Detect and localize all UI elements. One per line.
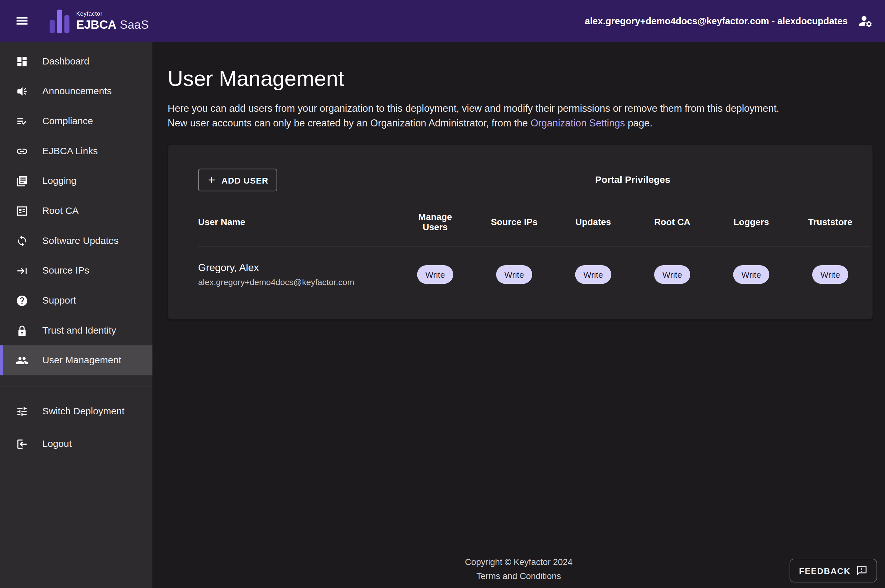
account-label: alex.gregory+demo4docs@keyfactor.com - a… xyxy=(585,16,848,27)
sidebar: Dashboard Announcements Compliance EJBCA… xyxy=(0,42,152,588)
copyright-text: Copyright © Keyfactor 2024 xyxy=(152,557,885,567)
sidebar-item-label: Switch Deployment xyxy=(42,406,124,417)
write-privilege-truststore[interactable]: Write xyxy=(812,265,848,284)
logs-icon xyxy=(15,174,29,188)
sidebar-item-label: Dashboard xyxy=(42,56,89,67)
write-privilege-updates[interactable]: Write xyxy=(575,265,611,284)
feedback-button[interactable]: FEEDBACK xyxy=(789,559,878,582)
privilege-cell: Write xyxy=(712,247,791,302)
add-user-label: ADD USER xyxy=(222,175,268,185)
people-icon xyxy=(15,354,29,367)
app-root: Keyfactor EJBCASaaS alex.gregory+demo4do… xyxy=(0,0,885,588)
sidebar-item-user-management[interactable]: User Management xyxy=(0,345,152,375)
column-root-ca: Root CA xyxy=(633,198,712,248)
topbar: Keyfactor EJBCASaaS alex.gregory+demo4do… xyxy=(0,0,885,42)
write-privilege-root-ca[interactable]: Write xyxy=(654,265,690,284)
brand-ejbca-label: EJBCA xyxy=(76,18,117,31)
root-ca-icon xyxy=(15,204,29,218)
sidebar-item-label: Source IPs xyxy=(42,265,89,276)
user-email: alex.gregory+demo4docs@keyfactor.com xyxy=(198,277,354,286)
description-line2-suffix: page. xyxy=(625,117,652,129)
panel-toolbar: ADD USER Portal Privileges xyxy=(198,162,873,198)
organization-settings-link[interactable]: Organization Settings xyxy=(531,117,625,129)
topbar-account: alex.gregory+demo4docs@keyfactor.com - a… xyxy=(585,12,874,29)
sidebar-item-logout[interactable]: Logout xyxy=(0,428,152,460)
sidebar-item-announcements[interactable]: Announcements xyxy=(0,76,152,106)
sidebar-item-source-ips[interactable]: Source IPs xyxy=(0,256,152,286)
privilege-cell: Write xyxy=(791,247,870,302)
sidebar-item-label: User Management xyxy=(42,355,122,366)
description-line1: Here you can add users from your organiz… xyxy=(168,103,779,114)
write-privilege-manage-users[interactable]: Write xyxy=(417,265,453,284)
privilege-cell: Write xyxy=(396,247,475,302)
page-footer: Copyright © Keyfactor 2024 Terms and Con… xyxy=(152,557,885,588)
sidebar-item-label: Logging xyxy=(42,175,76,186)
sidebar-item-label: Compliance xyxy=(42,116,93,127)
sidebar-footer: Switch Deployment Logout xyxy=(0,395,152,460)
feedback-label: FEEDBACK xyxy=(799,566,850,575)
sidebar-item-compliance[interactable]: Compliance xyxy=(0,106,152,136)
help-icon xyxy=(15,294,29,307)
sidebar-item-ejbca-links[interactable]: EJBCA Links xyxy=(0,136,152,166)
updates-icon xyxy=(15,234,29,248)
lock-icon xyxy=(15,324,29,337)
user-management-panel: ADD USER Portal Privileges User Name Man… xyxy=(168,145,873,319)
link-icon xyxy=(15,144,29,158)
description-line2-prefix: New user accounts can only be created by… xyxy=(168,117,531,129)
sidebar-item-switch-deployment[interactable]: Switch Deployment xyxy=(0,395,152,428)
sidebar-item-trust-identity[interactable]: Trust and Identity xyxy=(0,315,152,345)
column-updates: Updates xyxy=(554,198,633,248)
column-manage-users: Manage Users xyxy=(396,198,475,248)
user-name: Gregory, Alex xyxy=(198,262,259,274)
sidebar-item-logging[interactable]: Logging xyxy=(0,166,152,196)
sidebar-item-label: EJBCA Links xyxy=(42,145,98,156)
page-description: Here you can add users from your organiz… xyxy=(168,101,834,130)
sidebar-item-label: Trust and Identity xyxy=(42,325,116,336)
column-user-name: User Name xyxy=(198,198,396,248)
brand-keyfactor-label: Keyfactor xyxy=(76,11,149,17)
dashboard-icon xyxy=(15,55,29,68)
privilege-cell: Write xyxy=(554,247,633,302)
privilege-cell: Write xyxy=(475,247,554,302)
sidebar-item-label: Root CA xyxy=(42,205,79,216)
checklist-icon xyxy=(15,114,29,128)
megaphone-icon xyxy=(15,84,29,98)
feedback-chat-icon xyxy=(856,565,867,576)
table-header: User Name Manage Users Source IPs Update… xyxy=(198,198,873,248)
write-privilege-source-ips[interactable]: Write xyxy=(496,265,532,284)
keyfactor-logo-icon xyxy=(50,9,70,33)
sidebar-divider xyxy=(0,387,152,387)
sidebar-item-label: Announcements xyxy=(42,86,112,97)
sidebar-item-root-ca[interactable]: Root CA xyxy=(0,196,152,226)
terms-link[interactable]: Terms and Conditions xyxy=(152,571,885,581)
tune-icon xyxy=(15,405,29,418)
sidebar-item-support[interactable]: Support xyxy=(0,286,152,316)
arrow-icon xyxy=(15,264,29,277)
column-source-ips: Source IPs xyxy=(475,198,554,248)
privilege-cell: Write xyxy=(633,247,712,302)
plus-icon xyxy=(207,175,217,185)
main-content: User Management Here you can add users f… xyxy=(152,42,885,588)
user-cell: Gregory, Alex alex.gregory+demo4docs@key… xyxy=(198,247,396,302)
table-row: Gregory, Alex alex.gregory+demo4docs@key… xyxy=(198,247,873,302)
portal-privileges-title: Portal Privileges xyxy=(396,174,870,186)
sidebar-item-label: Support xyxy=(42,295,76,306)
sidebar-item-label: Software Updates xyxy=(42,235,119,246)
brand-saas-label: SaaS xyxy=(120,18,149,31)
write-privilege-loggers[interactable]: Write xyxy=(733,265,769,284)
menu-icon[interactable] xyxy=(9,8,35,34)
column-truststore: Truststore xyxy=(791,198,870,248)
brand-text: Keyfactor EJBCASaaS xyxy=(76,11,149,30)
sidebar-item-dashboard[interactable]: Dashboard xyxy=(0,46,152,76)
brand-logo[interactable]: Keyfactor EJBCASaaS xyxy=(50,9,149,33)
sidebar-item-label: Logout xyxy=(42,439,72,450)
sidebar-item-software-updates[interactable]: Software Updates xyxy=(0,226,152,256)
manage-account-icon[interactable] xyxy=(857,12,874,29)
page-title: User Management xyxy=(168,67,885,91)
column-loggers: Loggers xyxy=(712,198,791,248)
add-user-button[interactable]: ADD USER xyxy=(198,169,278,192)
logout-icon xyxy=(15,437,29,451)
